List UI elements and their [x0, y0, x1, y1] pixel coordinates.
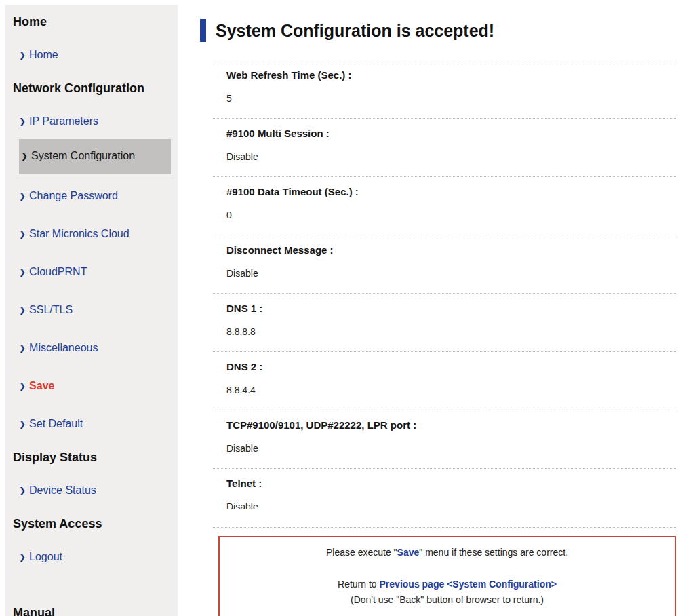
previous-page-link[interactable]: Previous page <System Configuration>	[380, 579, 557, 590]
setting-value: 0	[226, 209, 676, 222]
sidebar-item-save[interactable]: ❯ Save	[19, 379, 178, 393]
setting-row-telnet: Telnet : Disable	[212, 468, 676, 509]
save-inline-link[interactable]: Save	[397, 547, 420, 558]
sidebar-item-logout[interactable]: ❯ Logout	[19, 550, 178, 564]
setting-row-disconnect-message: Disconnect Message : Disable	[212, 235, 676, 293]
setting-row-tcp-udp-lpr-port: TCP#9100/9101, UDP#22222, LPR port : Dis…	[212, 410, 676, 468]
chevron-right-icon: ❯	[19, 115, 26, 128]
notice-text: " menu if these settings are correct.	[419, 547, 568, 558]
chevron-right-icon: ❯	[19, 380, 26, 393]
sidebar-item-set-default[interactable]: ❯ Set Default	[19, 417, 178, 431]
setting-label: DNS 2 :	[226, 360, 676, 374]
sidebar-section-home: Home	[13, 14, 178, 30]
page-title: System Configuration is accepted!	[216, 19, 494, 42]
chevron-right-icon: ❯	[19, 484, 26, 497]
bottom-divider	[212, 527, 676, 528]
setting-row-dns-2: DNS 2 : 8.8.4.4	[212, 351, 676, 410]
sidebar-item-label: System Configuration	[31, 149, 135, 162]
chevron-right-icon: ❯	[19, 342, 26, 355]
setting-value: Disable	[226, 501, 676, 509]
notice-line-2: Return to Previous page <System Configur…	[226, 577, 668, 592]
setting-label: DNS 1 :	[226, 302, 676, 315]
sidebar-item-label: Home	[29, 48, 58, 61]
settings-list: Web Refresh Time (Sec.) : 5 #9100 Multi …	[212, 60, 676, 509]
setting-row-web-refresh-time: Web Refresh Time (Sec.) : 5	[212, 60, 676, 118]
setting-row-9100-data-timeout: #9100 Data Timeout (Sec.) : 0	[212, 176, 676, 235]
sidebar-item-label: Set Default	[29, 417, 83, 430]
chevron-right-icon: ❯	[19, 304, 26, 317]
sidebar-item-label: IP Parameters	[29, 115, 98, 128]
sidebar-item-ip-parameters[interactable]: ❯ IP Parameters	[19, 115, 178, 129]
sidebar-section-manual: Manual	[13, 605, 178, 616]
sidebar-item-device-status[interactable]: ❯ Device Status	[19, 484, 178, 498]
sidebar-item-label: Save	[29, 379, 54, 392]
setting-value: 8.8.4.4	[226, 384, 676, 397]
sidebar-item-cloudprnt[interactable]: ❯ CloudPRNT	[19, 265, 178, 280]
chevron-right-icon: ❯	[19, 266, 26, 279]
setting-row-dns-1: DNS 1 : 8.8.8.8	[212, 293, 676, 351]
sidebar-item-ssl-tls[interactable]: ❯ SSL/TLS	[19, 303, 178, 317]
sidebar-section-system-access: System Access	[13, 516, 178, 532]
setting-label: #9100 Multi Session :	[226, 127, 676, 140]
chevron-right-icon: ❯	[21, 150, 28, 163]
sidebar-item-label: SSL/TLS	[29, 303, 73, 316]
setting-value: Disable	[226, 267, 676, 280]
sidebar-item-change-password[interactable]: ❯ Change Password	[19, 189, 178, 204]
setting-value: Disable	[226, 151, 676, 163]
setting-label: #9100 Data Timeout (Sec.) :	[226, 185, 676, 199]
setting-label: Telnet :	[226, 477, 676, 490]
notice-line-1: Please execute "Save" menu if these sett…	[226, 546, 668, 558]
title-accent-bar	[200, 19, 206, 42]
chevron-right-icon: ❯	[19, 49, 26, 62]
sidebar-item-miscellaneous[interactable]: ❯ Miscellaneous	[19, 341, 178, 355]
notice-text: Please execute "	[326, 547, 397, 558]
setting-label: Disconnect Message :	[226, 244, 676, 257]
setting-row-9100-multi-session: #9100 Multi Session : Disable	[212, 118, 676, 176]
sidebar-item-label: Device Status	[29, 484, 96, 497]
setting-value: 8.8.8.8	[226, 326, 676, 339]
setting-value: 5	[226, 92, 676, 105]
chevron-right-icon: ❯	[19, 418, 26, 431]
notice-line-3: (Don't use "Back" button of browser to r…	[226, 592, 668, 608]
setting-label: Web Refresh Time (Sec.) :	[226, 69, 676, 82]
chevron-right-icon: ❯	[19, 190, 26, 203]
settings-area: Web Refresh Time (Sec.) : 5 #9100 Multi …	[212, 60, 676, 616]
sidebar-section-display-status: Display Status	[13, 450, 178, 465]
setting-value: Disable	[226, 442, 676, 455]
sidebar-item-label: Miscellaneous	[29, 341, 98, 354]
chevron-right-icon: ❯	[19, 551, 26, 564]
sidebar-item-system-configuration[interactable]: ❯ System Configuration	[19, 139, 171, 174]
sidebar-section-network-configuration: Network Configuration	[13, 81, 178, 96]
sidebar-item-label: CloudPRNT	[29, 265, 87, 278]
sidebar-item-label: Logout	[29, 550, 62, 563]
sidebar: Home ❯ Home Network Configuration ❯ IP P…	[5, 5, 178, 616]
setting-label: TCP#9100/9101, UDP#22222, LPR port :	[226, 419, 676, 432]
sidebar-item-label: Star Micronics Cloud	[29, 227, 129, 240]
notice-box: Please execute "Save" menu if these sett…	[218, 536, 676, 616]
chevron-right-icon: ❯	[19, 228, 26, 241]
sidebar-item-star-micronics-cloud[interactable]: ❯ Star Micronics Cloud	[19, 227, 178, 242]
sidebar-item-home[interactable]: ❯ Home	[19, 48, 178, 62]
notice-text: Return to	[338, 579, 379, 590]
main-content: System Configuration is accepted! Web Re…	[178, 0, 678, 616]
page: Home ❯ Home Network Configuration ❯ IP P…	[0, 0, 678, 616]
page-title-row: System Configuration is accepted!	[200, 19, 676, 42]
sidebar-item-label: Change Password	[29, 189, 118, 202]
